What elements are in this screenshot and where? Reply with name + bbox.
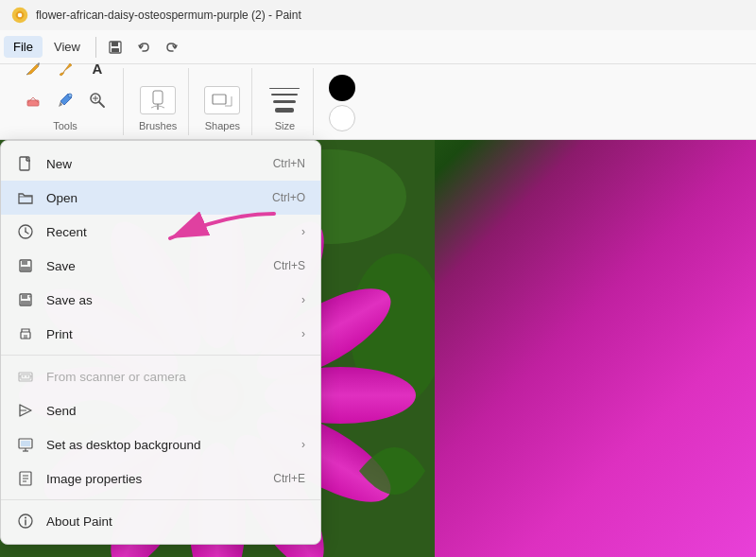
scanner-icon (16, 367, 35, 386)
svg-rect-38 (22, 260, 27, 265)
size-line-4 (275, 108, 294, 113)
eraser-icon (24, 91, 43, 110)
svg-rect-14 (213, 95, 226, 104)
svg-rect-42 (21, 301, 30, 305)
desktop-icon-svg (17, 436, 34, 453)
menu-item-about[interactable]: About Paint (1, 504, 320, 538)
recent-icon (16, 222, 35, 241)
open-shortcut: Ctrl+O (272, 191, 305, 204)
properties-icon (16, 469, 35, 488)
desktop-arrow: › (301, 438, 305, 451)
svg-point-60 (25, 517, 26, 519)
open-folder-icon (17, 189, 34, 206)
tools-row-2 (19, 86, 112, 114)
save-label: Save (46, 259, 262, 273)
svg-rect-41 (22, 294, 27, 299)
open-label: Open (46, 191, 261, 205)
ribbon-group-colors (318, 68, 367, 135)
shapes-preview[interactable] (204, 86, 240, 114)
send-icon (16, 401, 35, 420)
redo-button[interactable] (159, 34, 185, 61)
about-icon (16, 512, 35, 531)
redo-icon (164, 40, 180, 55)
desktop-icon (16, 435, 35, 454)
saveas-arrow: › (301, 293, 305, 306)
ribbon-group-tools: A (8, 68, 124, 135)
svg-line-36 (26, 232, 28, 234)
saveas-icon: + (16, 290, 35, 309)
magnify-tool[interactable] (83, 86, 112, 114)
menu-item-save[interactable]: Save Ctrl+S (1, 249, 320, 283)
magnify-icon (88, 91, 107, 110)
brushes-label: Brushes (139, 120, 177, 131)
print-icon-svg (17, 325, 34, 342)
svg-rect-4 (112, 48, 119, 52)
menu-item-print[interactable]: Print › (1, 317, 320, 351)
properties-shortcut: Ctrl+E (273, 472, 305, 485)
window-title: flower-african-daisy-osteospermum-purple… (36, 9, 301, 22)
menu-item-saveas[interactable]: + Save as › (1, 283, 320, 317)
brush-tool[interactable] (51, 54, 79, 82)
ribbon-group-brushes: Brushes (128, 68, 189, 135)
print-icon (16, 324, 35, 343)
svg-rect-54 (21, 441, 30, 446)
open-icon (16, 188, 35, 207)
undo-button[interactable] (130, 34, 157, 61)
menu-item-open[interactable]: Open Ctrl+O (1, 181, 320, 215)
scanner-label: From scanner or camera (46, 370, 305, 384)
color-swatch-white[interactable] (329, 105, 355, 131)
menu-item-properties[interactable]: Image properties Ctrl+E (1, 461, 320, 496)
color-swatch-black[interactable] (329, 75, 355, 101)
color-swatches (329, 75, 355, 131)
properties-label: Image properties (46, 472, 262, 486)
ribbon-group-size: Size (256, 68, 314, 135)
save-icon-menu (16, 256, 35, 275)
pencil-icon (24, 59, 43, 78)
pencil-tool[interactable] (19, 54, 47, 82)
save-icon-svg (17, 257, 34, 274)
text-tool[interactable]: A (83, 54, 112, 82)
saveas-label: Save as (46, 293, 290, 307)
size-line-1 (269, 88, 300, 89)
menu-item-recent[interactable]: Recent › (1, 215, 320, 249)
svg-rect-39 (21, 267, 30, 270)
menu-item-desktop[interactable]: Set as desktop background › (1, 427, 320, 461)
svg-rect-12 (153, 91, 163, 104)
save-shortcut: Ctrl+S (273, 259, 305, 272)
size-line-2 (271, 94, 298, 96)
brush-preview[interactable] (140, 86, 176, 114)
brush-preview-icon (144, 89, 172, 112)
save-icon (108, 40, 123, 55)
svg-line-9 (99, 102, 104, 107)
eraser-tool[interactable] (19, 86, 47, 114)
svg-text:+: + (28, 293, 32, 299)
properties-icon-svg (17, 470, 34, 487)
new-label: New (46, 157, 262, 171)
menu-item-scanner: From scanner or camera (1, 359, 320, 393)
menu-separator-2 (1, 499, 320, 500)
svg-rect-48 (21, 374, 30, 379)
ribbon: A (0, 64, 756, 140)
shapes-label: Shapes (205, 120, 240, 131)
file-menu-dropdown: New Ctrl+N Open Ctrl+O Re (0, 140, 321, 545)
app-icon (11, 7, 28, 24)
desktop-label: Set as desktop background (46, 438, 290, 452)
print-arrow: › (301, 327, 305, 340)
menu-bar: File View (0, 30, 756, 64)
shapes-preview-icon (208, 89, 236, 112)
size-preview[interactable] (267, 86, 301, 114)
content-area: New Ctrl+N Open Ctrl+O Re (0, 140, 756, 557)
svg-point-7 (68, 94, 72, 97)
menu-item-send[interactable]: Send (1, 393, 320, 427)
size-label: Size (275, 120, 295, 131)
title-bar: flower-african-daisy-osteospermum-purple… (0, 0, 756, 30)
clock-icon (17, 223, 34, 240)
new-file-icon (17, 155, 34, 172)
new-icon (16, 154, 35, 173)
menu-item-new[interactable]: New Ctrl+N (1, 147, 320, 181)
about-icon-svg (17, 513, 34, 530)
svg-rect-3 (112, 42, 118, 46)
scanner-icon-svg (17, 368, 34, 385)
print-label: Print (46, 327, 290, 341)
eyedropper-tool[interactable] (51, 86, 79, 114)
